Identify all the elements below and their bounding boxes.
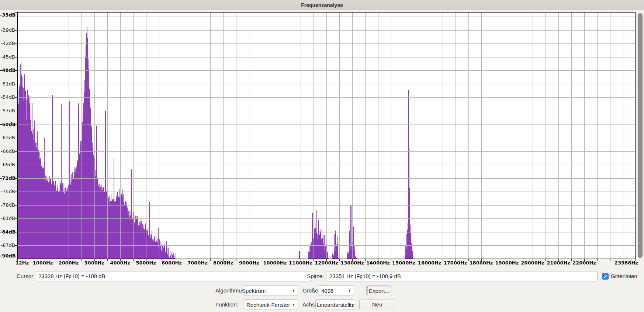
- window-title: Frequenzanalyse: [301, 2, 343, 8]
- chevron-down-icon: ▼: [293, 286, 295, 295]
- size-select[interactable]: 4096 ▼: [318, 285, 354, 295]
- checkmark-icon: ✓: [603, 274, 607, 280]
- x-tick-label: 23986Hz: [610, 260, 643, 266]
- y-tick-label: -84dB: [0, 229, 15, 235]
- algorithm-select[interactable]: Spektrum ▼: [243, 285, 298, 295]
- x-tick-label: 22000Hz: [568, 260, 601, 266]
- size-select-value: 4096: [321, 288, 333, 294]
- y-tick-label: -57dB: [0, 108, 15, 114]
- y-tick-label: -42dB: [0, 41, 15, 46]
- y-tick-label: -78dB: [0, 202, 15, 208]
- scrollbar-track[interactable]: [637, 12, 644, 259]
- window-titlebar[interactable]: Frequenzanalyse: [0, 0, 644, 10]
- y-tick-label: -48dB: [0, 67, 15, 73]
- y-tick-label: -90dB: [0, 253, 15, 259]
- spectrum-plot[interactable]: [0, 10, 644, 267]
- gridlines-checkbox[interactable]: ✓: [602, 273, 609, 280]
- y-tick-label: -63dB: [0, 135, 15, 141]
- cursor-label: Cursor:: [17, 271, 35, 281]
- function-label: Funktion:: [215, 299, 238, 310]
- y-tick-label: -69dB: [0, 162, 15, 168]
- chevron-down-icon: ▼: [348, 286, 351, 295]
- function-select[interactable]: Rechteck-Fenster ▼: [243, 299, 298, 309]
- size-label: Größe:: [302, 285, 320, 296]
- chevron-down-icon: ▼: [292, 300, 295, 309]
- export-button[interactable]: Export...: [366, 285, 392, 296]
- cursor-value-field[interactable]: [35, 271, 312, 281]
- y-tick-label: -60dB: [0, 122, 15, 127]
- gridlines-label: Gitterlinien: [611, 271, 637, 281]
- y-tick-label: -45dB: [0, 54, 15, 60]
- algorithm-select-value: Spektrum: [243, 288, 266, 294]
- peak-label: Spitze:: [302, 271, 324, 281]
- y-tick-label: -87dB: [0, 242, 15, 248]
- scrollbar-thumb[interactable]: [638, 13, 643, 258]
- frequency-analysis-window: Frequenzanalyse -35dB-39dB-42dB-45dB-48d…: [0, 0, 644, 312]
- y-tick-label: -75dB: [0, 189, 15, 194]
- axis-scale-select[interactable]: Lineardarstellung ▼: [315, 299, 355, 309]
- y-tick-label: -54dB: [0, 94, 15, 100]
- y-tick-label: -72dB: [0, 175, 15, 181]
- peak-value-field[interactable]: [326, 271, 598, 281]
- y-tick-label: -35dB: [0, 12, 15, 18]
- y-tick-label: -81dB: [0, 215, 15, 221]
- function-select-value: Rechteck-Fenster: [246, 302, 290, 308]
- chevron-down-icon: ▼: [349, 300, 352, 309]
- y-tick-label: -51dB: [0, 81, 15, 87]
- redraw-button[interactable]: Neu zeichnen...: [359, 299, 395, 310]
- y-tick-label: -39dB: [0, 27, 15, 33]
- algorithm-label: Algorithmus:: [215, 285, 246, 296]
- y-tick-label: -66dB: [0, 148, 15, 154]
